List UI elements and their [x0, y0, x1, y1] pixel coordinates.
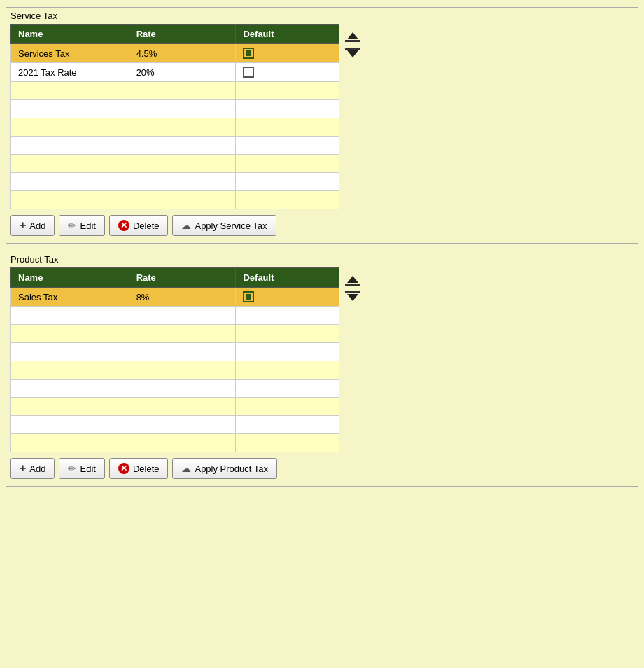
- add-icon: +: [20, 219, 26, 232]
- service-tax-edit-button[interactable]: ✏ Edit: [59, 215, 104, 236]
- tax-default-cell: [236, 63, 340, 82]
- service-tax-sort-buttons: [344, 24, 362, 59]
- table-row[interactable]: Services Tax4.5%: [11, 44, 340, 63]
- table-row[interactable]: 2021 Tax Rate20%: [11, 63, 340, 82]
- product-sort-up-line-icon: [345, 284, 360, 286]
- product-tax-section: Product Tax Name Rate Default Sales Tax8…: [6, 251, 638, 487]
- product-tax-apply-label: Apply Product Tax: [195, 464, 268, 474]
- product-tax-edit-button[interactable]: ✏ Edit: [59, 458, 104, 479]
- empty-default-cell: [236, 191, 340, 209]
- empty-name-cell: [11, 82, 130, 100]
- empty-name-cell: [11, 343, 130, 361]
- empty-default-cell: [236, 398, 340, 416]
- table-row[interactable]: [11, 416, 340, 434]
- empty-rate-cell: [129, 434, 236, 452]
- table-row[interactable]: Sales Tax8%: [11, 288, 340, 307]
- empty-rate-cell: [129, 100, 236, 118]
- product-tax-add-button[interactable]: + Add: [10, 458, 55, 479]
- service-tax-action-bar: + Add ✏ Edit ✕ Delete ☁ Apply Service Ta…: [6, 209, 638, 237]
- table-row[interactable]: [11, 82, 340, 100]
- sort-up-arrow-icon: [347, 32, 358, 39]
- service-tax-delete-button[interactable]: ✕ Delete: [109, 215, 169, 236]
- empty-name-cell: [11, 325, 130, 343]
- empty-rate-cell: [129, 155, 236, 173]
- tax-rate-cell: 20%: [129, 63, 236, 82]
- product-tax-sort-down-button[interactable]: [344, 290, 362, 302]
- service-tax-sort-down-button[interactable]: [344, 46, 362, 59]
- product-tax-sort-up-button[interactable]: [344, 274, 362, 287]
- service-tax-sort-up-button[interactable]: [344, 31, 362, 43]
- empty-default-cell: [236, 416, 340, 434]
- empty-rate-cell: [129, 118, 236, 137]
- delete-icon: ✕: [118, 220, 130, 231]
- product-tax-col-name: Name: [11, 268, 130, 288]
- empty-name-cell: [11, 416, 130, 434]
- service-tax-add-button[interactable]: + Add: [10, 215, 55, 236]
- table-row[interactable]: [11, 155, 340, 173]
- empty-name-cell: [11, 137, 130, 155]
- table-row[interactable]: [11, 343, 340, 361]
- default-checkbox-checked[interactable]: [243, 291, 254, 302]
- table-row[interactable]: [11, 380, 340, 398]
- product-tax-delete-button[interactable]: ✕ Delete: [109, 458, 169, 479]
- empty-name-cell: [11, 155, 130, 173]
- service-tax-title: Service Tax: [6, 8, 638, 24]
- product-tax-table: Name Rate Default Sales Tax8%: [10, 267, 340, 452]
- service-tax-edit-label: Edit: [80, 221, 95, 231]
- empty-default-cell: [236, 307, 340, 325]
- apply-service-tax-icon: ☁: [181, 220, 191, 231]
- empty-default-cell: [236, 118, 340, 137]
- empty-default-cell: [236, 173, 340, 191]
- empty-name-cell: [11, 361, 130, 380]
- product-add-icon: +: [20, 462, 26, 475]
- tax-rate-cell: 8%: [129, 288, 236, 307]
- empty-name-cell: [11, 173, 130, 191]
- empty-name-cell: [11, 100, 130, 118]
- default-checkbox-unchecked[interactable]: [243, 67, 254, 78]
- product-edit-icon: ✏: [68, 463, 76, 474]
- product-tax-add-label: Add: [29, 464, 46, 474]
- empty-rate-cell: [129, 137, 236, 155]
- sort-down-arrow-icon: [347, 50, 358, 57]
- table-row[interactable]: [11, 191, 340, 209]
- table-row[interactable]: [11, 118, 340, 137]
- tax-default-cell: [236, 288, 340, 307]
- product-tax-apply-button[interactable]: ☁ Apply Product Tax: [172, 458, 277, 479]
- product-sort-down-arrow-icon: [347, 294, 358, 301]
- tax-default-cell: [236, 44, 340, 63]
- empty-rate-cell: [129, 380, 236, 398]
- sort-up-line-icon: [345, 40, 360, 42]
- empty-default-cell: [236, 82, 340, 100]
- table-row[interactable]: [11, 398, 340, 416]
- apply-product-tax-icon: ☁: [181, 463, 191, 474]
- tax-name-cell: Services Tax: [11, 44, 130, 63]
- table-row[interactable]: [11, 307, 340, 325]
- product-tax-table-wrapper: Name Rate Default Sales Tax8%: [6, 267, 638, 452]
- table-row[interactable]: [11, 137, 340, 155]
- empty-default-cell: [236, 343, 340, 361]
- product-sort-up-arrow-icon: [347, 276, 358, 283]
- service-tax-add-label: Add: [29, 221, 46, 231]
- empty-name-cell: [11, 398, 130, 416]
- empty-default-cell: [236, 100, 340, 118]
- default-checkbox-checked[interactable]: [243, 48, 254, 59]
- service-tax-delete-label: Delete: [133, 221, 160, 231]
- empty-rate-cell: [129, 416, 236, 434]
- empty-default-cell: [236, 361, 340, 380]
- service-tax-apply-button[interactable]: ☁ Apply Service Tax: [172, 215, 276, 236]
- product-tax-delete-label: Delete: [133, 464, 160, 474]
- empty-default-cell: [236, 155, 340, 173]
- table-row[interactable]: [11, 361, 340, 380]
- service-tax-table-wrapper: Name Rate Default Services Tax4.5%2021 T…: [6, 24, 638, 209]
- table-row[interactable]: [11, 173, 340, 191]
- empty-rate-cell: [129, 307, 236, 325]
- empty-default-cell: [236, 325, 340, 343]
- table-row[interactable]: [11, 325, 340, 343]
- empty-rate-cell: [129, 343, 236, 361]
- table-row[interactable]: [11, 100, 340, 118]
- product-tax-col-default: Default: [236, 268, 340, 288]
- empty-rate-cell: [129, 325, 236, 343]
- service-tax-col-name: Name: [11, 25, 130, 44]
- product-tax-action-bar: + Add ✏ Edit ✕ Delete ☁ Apply Product Ta…: [6, 452, 638, 480]
- table-row[interactable]: [11, 434, 340, 452]
